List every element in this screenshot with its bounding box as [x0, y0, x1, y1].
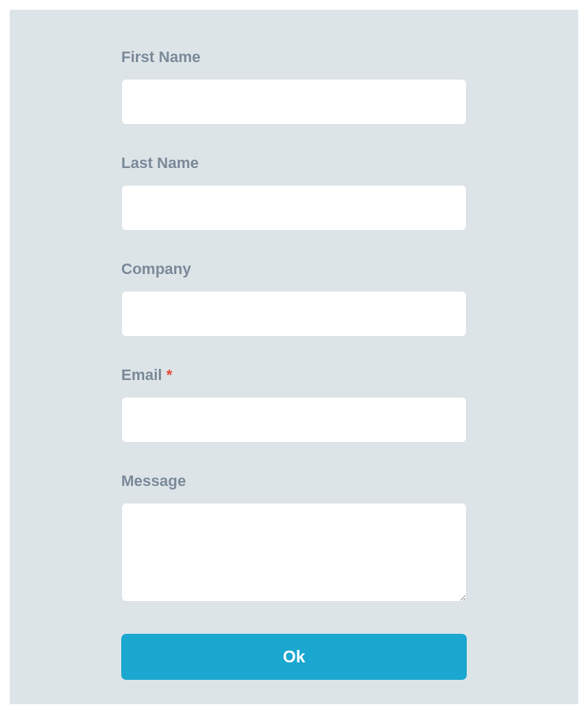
last-name-input[interactable] [121, 185, 467, 231]
last-name-group: Last Name [121, 154, 467, 231]
message-textarea[interactable] [121, 503, 467, 602]
first-name-label: First Name [121, 48, 467, 66]
message-group: Message [121, 472, 467, 605]
email-label-text: Email [121, 366, 162, 383]
email-input[interactable] [121, 397, 467, 443]
company-label: Company [121, 260, 467, 278]
submit-button[interactable]: Ok [121, 634, 467, 680]
first-name-group: First Name [121, 48, 467, 125]
message-label: Message [121, 472, 467, 490]
last-name-label: Last Name [121, 154, 467, 172]
company-input[interactable] [121, 291, 467, 337]
company-group: Company [121, 260, 467, 337]
required-asterisk-icon: * [167, 366, 173, 383]
contact-form-container: First Name Last Name Company Email * Mes… [10, 10, 578, 704]
first-name-input[interactable] [121, 79, 467, 125]
email-label: Email * [121, 366, 467, 384]
email-group: Email * [121, 366, 467, 443]
